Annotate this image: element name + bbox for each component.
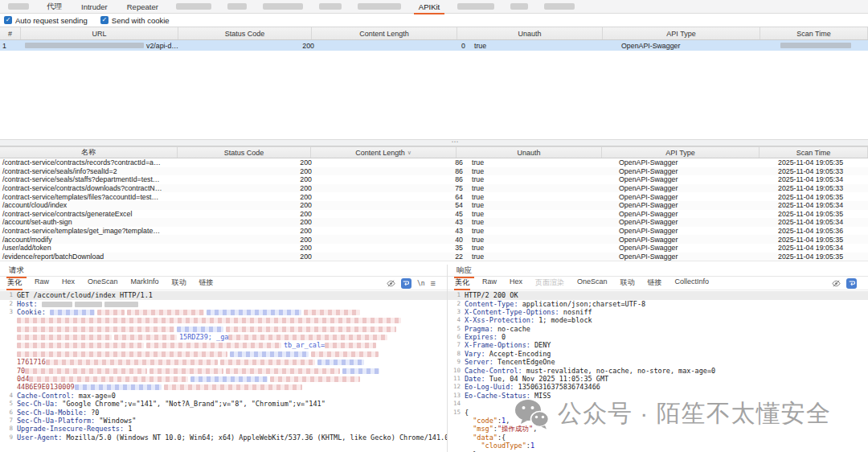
burp-tab-Repeater[interactable]: Repeater (125, 2, 160, 12)
editor-tab-OneScan[interactable]: OneScan (576, 276, 608, 290)
column-header-URL[interactable]: URL (21, 27, 178, 39)
column-header-Scan Time[interactable]: Scan Time (760, 27, 868, 39)
request-editor[interactable]: 1GET /account/cloud/index HTTP/1.12Host:… (0, 290, 447, 452)
name-cell: /account/set-auth-sign (0, 218, 179, 227)
hide-eye-off-icon[interactable] (832, 279, 841, 288)
column-header-API Type[interactable]: API Type (603, 27, 760, 39)
request-pane-title: 请求 (0, 265, 447, 277)
request-pane: 请求 美化RawHexOneScanMarkInfo联动链接 \n ≡ 1GET… (0, 265, 448, 452)
redacted-tab[interactable] (319, 3, 342, 10)
code-line: 8Vary: Accept-Encoding (448, 350, 868, 358)
editor-tab-Raw[interactable]: Raw (34, 276, 50, 290)
api-endpoint-row[interactable]: /account/cloud/index20054trueOpenAPI-Swa… (0, 201, 868, 210)
code-text: Eo-Log-Uuid: (465, 383, 518, 391)
editor-tab-美化[interactable]: 美化 (6, 276, 23, 290)
line-number: 13 (448, 392, 465, 400)
redacted-tab[interactable] (227, 3, 247, 10)
send-with-cookie-checkbox[interactable]: Send with cookie (100, 16, 170, 25)
response-editor-tabs: 美化RawHex页面渲染OneScan联动链接CollectInfo (448, 277, 868, 290)
column-header-名称[interactable]: 名称 (0, 147, 178, 158)
api-endpoint-row[interactable]: /contract-service/contracts/records?cont… (0, 158, 868, 167)
redacted-tab[interactable] (358, 3, 401, 10)
redacted-text (17, 318, 401, 323)
code-line: 9Server: TencentEdgeOne (448, 358, 868, 366)
column-header-Status Code[interactable]: Status Code (178, 27, 312, 39)
column-header-Scan Time[interactable]: Scan Time (760, 147, 868, 158)
soft-wrap-toggle-icon[interactable] (401, 278, 411, 289)
api-endpoint-row[interactable]: /contract-service/seals/staffs?departmen… (0, 175, 868, 184)
api-endpoint-row[interactable]: /contract-service/templates/get_image?te… (0, 227, 868, 236)
redacted-text (226, 368, 340, 374)
redacted-text (342, 368, 379, 374)
api-endpoint-row[interactable]: /account/set-auth-sign20043trueOpenAPI-S… (0, 218, 868, 227)
redacted-tab[interactable] (8, 3, 29, 10)
code-line: "data":{ (448, 434, 868, 442)
api-type-cell: OpenAPI-Swagger (616, 167, 776, 176)
auto-request-sending-checkbox[interactable]: Auto request sending (4, 16, 88, 25)
editor-tab-CollectInfo[interactable]: CollectInfo (674, 276, 710, 290)
burp-tab-Intruder[interactable]: Intruder (80, 2, 109, 12)
api-endpoint-row[interactable]: /account/modify20040trueOpenAPI-Swagger2… (0, 235, 868, 244)
code-text: Expires: (465, 333, 502, 341)
editor-tab-美化[interactable]: 美化 (454, 276, 470, 290)
editor-tab-链接[interactable]: 链接 (647, 276, 663, 290)
code-line: 6Sec-Ch-Ua-Mobile: ?0 (0, 409, 447, 417)
api-endpoint-row[interactable]: /user/add/token20035trueOpenAPI-Swagger2… (0, 244, 868, 253)
editor-tab-链接[interactable]: 链接 (199, 276, 215, 290)
code-text: "code" (473, 417, 497, 425)
redacted-text (75, 384, 162, 390)
api-endpoint-row[interactable]: /contract-service/seals/info?sealId=2200… (0, 167, 868, 176)
response-editor[interactable]: 1HTTP/2 200 OK2Content-Type: application… (448, 290, 868, 452)
horizontal-splitter[interactable]: ⋯ (0, 139, 868, 146)
redacted-tab[interactable] (544, 3, 575, 10)
editor-tab-MarkInfo[interactable]: MarkInfo (130, 276, 160, 290)
editor-tab-页面渲染[interactable]: 页面渲染 (534, 276, 565, 290)
editor-tab-Raw[interactable]: Raw (481, 276, 497, 290)
show-newlines-icon[interactable]: \n (417, 280, 425, 287)
api-endpoint-row[interactable]: /contract-service/templates/files?accoun… (0, 192, 868, 201)
editor-menu-icon[interactable]: ≡ (431, 279, 436, 287)
burp-tab-APIKit[interactable]: APIKit (417, 2, 441, 12)
editor-tab-联动[interactable]: 联动 (620, 276, 636, 290)
code-line: 10Cache-Control: must-revalidate, no-cac… (448, 367, 868, 375)
code-line: 2Host: (0, 300, 447, 308)
editor-tab-联动[interactable]: 联动 (171, 276, 187, 290)
editor-tab-Hex[interactable]: Hex (61, 276, 76, 290)
line-number: 7 (0, 417, 17, 425)
column-header-#[interactable]: # (0, 27, 21, 39)
redacted-tab[interactable] (176, 3, 211, 10)
redacted-text (29, 376, 188, 382)
api-endpoint-row[interactable]: /contract-service/contracts/downloads?co… (0, 184, 868, 193)
soft-wrap-toggle-icon[interactable] (846, 278, 857, 289)
burp-tab-代理[interactable]: 代理 (45, 1, 63, 13)
redacted-tab[interactable] (263, 3, 303, 10)
unauth-cell: true (469, 201, 616, 210)
redacted-tab[interactable] (510, 3, 528, 10)
column-header-Unauth[interactable]: Unauth (457, 147, 602, 158)
content-length-cell: 75 (318, 184, 469, 193)
column-header-API Type[interactable]: API Type (602, 147, 760, 158)
splitter-handle-icon[interactable]: ⋯ (452, 138, 460, 146)
code-text: Upgrade-Insecure-Requests: (17, 425, 128, 433)
code-text: 1; mode=block (538, 316, 592, 324)
response-pane: 响应 美化RawHex页面渲染OneScan联动链接CollectInfo 1H… (448, 265, 868, 452)
api-endpoint-row[interactable]: /contract-service/contracts/generateExce… (0, 210, 868, 219)
column-header-Status Code[interactable]: Status Code (178, 147, 311, 158)
api-source-row-selected[interactable]: 1 v2/api-d… 200 0 true OpenAPI-Swagger (0, 40, 868, 51)
status-code-cell: 200 (179, 253, 318, 261)
code-text: Sec-Ch-Ua-Platform: (17, 417, 99, 425)
editor-tab-OneScan[interactable]: OneScan (87, 276, 119, 290)
code-text: 1 (530, 442, 534, 450)
column-header-Content Length[interactable]: Content Length (312, 27, 457, 39)
api-endpoint-row[interactable]: /evidence/report/batchDownload20022trueO… (0, 253, 868, 261)
name-cell: /contract-service/seals/staffs?departmen… (0, 175, 179, 184)
scan-time-cell: 2025-11-04 19:05:34 (776, 201, 868, 210)
code-text: Pragma: (465, 325, 497, 333)
editor-tab-Hex[interactable]: Hex (509, 276, 523, 290)
redacted-tab[interactable] (457, 3, 494, 10)
checkbox-checked-icon (100, 16, 108, 24)
hide-eye-off-icon[interactable] (387, 279, 395, 288)
status-code-cell: 200 (179, 184, 318, 193)
column-header-Unauth[interactable]: Unauth (457, 27, 603, 39)
column-header-Content Length[interactable]: Content Length∨ (311, 147, 457, 158)
